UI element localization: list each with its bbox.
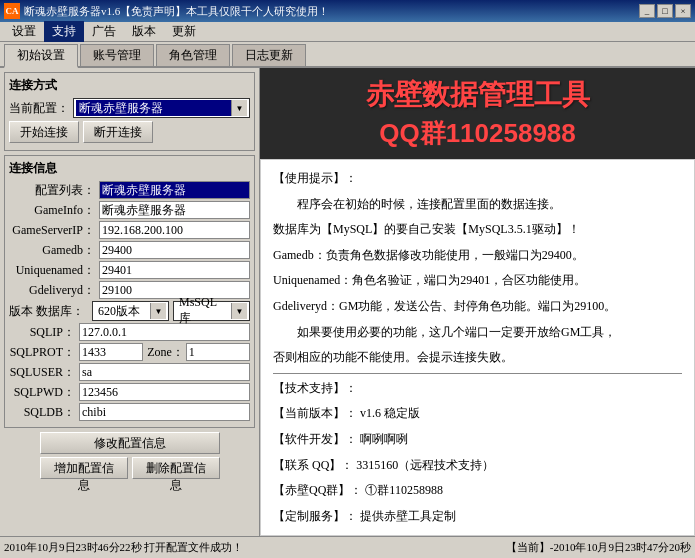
website-info: 【发布网站】： ： Http://Hi.BaiDu.Com/3315160 【点… — [273, 531, 682, 536]
gameinfo-label: GameInfo： — [9, 202, 99, 219]
tab-role-mgmt[interactable]: 角色管理 — [156, 44, 230, 66]
website-label: 【发布网站】： — [273, 534, 357, 536]
version-arrow-icon[interactable]: ▼ — [150, 303, 166, 319]
version-label-r: 【当前版本】： — [273, 406, 357, 420]
status-right-text: 【当前】-2010年10月9日23时47分20秒 — [506, 540, 691, 555]
gamedb-row: Gamedb： 29400 — [9, 241, 250, 259]
current-config-label: 当前配置： — [9, 100, 69, 117]
disconnect-button[interactable]: 断开连接 — [83, 121, 153, 143]
minimize-button[interactable]: _ — [639, 4, 655, 18]
config-list-value[interactable]: 断魂赤壁服务器 — [99, 181, 250, 199]
qq-label: 【联系 QQ】： — [273, 458, 353, 472]
qq-info: 【联系 QQ】： 3315160（远程技术支持） — [273, 455, 682, 477]
right-panel: 赤壁数据管理工具 QQ群110258988 【使用提示】： 程序会在初始的时候，… — [260, 68, 695, 536]
add-delete-btn-row: 增加配置信息 删除配置信息 — [4, 457, 255, 479]
tabs: 初始设置 账号管理 角色管理 日志更新 — [0, 42, 695, 68]
status-left-text: 2010年10月9日23时46分22秒 打开配置文件成功！ — [4, 540, 506, 555]
tab-account-mgmt[interactable]: 账号管理 — [80, 44, 154, 66]
gameserverip-value[interactable]: 192.168.200.100 — [99, 221, 250, 239]
gdeliveryd-label: Gdeliveryd： — [9, 282, 99, 299]
maximize-button[interactable]: □ — [657, 4, 673, 18]
combo-arrow-icon[interactable]: ▼ — [231, 100, 247, 116]
tip6: 如果要使用必要的功能，这几个端口一定要开放给GM工具， — [273, 322, 682, 344]
dbtype-value: MsSQL库 — [176, 303, 231, 319]
tip4: Uniquenamed：角色名验证，端口为29401，合区功能使用。 — [273, 270, 682, 292]
title-buttons[interactable]: _ □ × — [639, 4, 691, 18]
menu-version[interactable]: 版本 — [124, 21, 164, 42]
connection-method-section: 连接方式 当前配置： 断魂赤壁服务器 ▼ 开始连接 断开连接 — [4, 72, 255, 151]
sqlprot-row: SQLPROT： 1433 Zone： 1 — [9, 343, 250, 361]
sqlpwd-row: SQLPWD： 123456 — [9, 383, 250, 401]
chibi-qq-label: 【赤壁QQ群】： — [273, 483, 362, 497]
website-link[interactable]: Http://Hi.BaiDu.Com/3315160 — [375, 534, 524, 536]
version-combo[interactable]: 620版本 ▼ — [92, 301, 169, 321]
connection-info-title: 连接信息 — [9, 160, 250, 177]
sqlpwd-value[interactable]: 123456 — [79, 383, 250, 401]
config-list-label: 配置列表： — [9, 182, 99, 199]
menu-ads[interactable]: 广告 — [84, 21, 124, 42]
left-panel: 连接方式 当前配置： 断魂赤壁服务器 ▼ 开始连接 断开连接 连接信息 配置列表… — [0, 68, 260, 536]
connection-section-title: 连接方式 — [9, 77, 250, 94]
tip3: Gamedb：负责角色数据修改功能使用，一般端口为29400。 — [273, 245, 682, 267]
sqluser-value[interactable]: sa — [79, 363, 250, 381]
brand-header: 赤壁数据管理工具 QQ群110258988 — [260, 68, 695, 159]
sqlprot-value[interactable]: 1433 — [79, 343, 143, 361]
tip5: Gdeliveryd：GM功能，发送公告、封停角色功能。端口为29100。 — [273, 296, 682, 318]
add-config-button[interactable]: 增加配置信息 — [40, 457, 128, 479]
custom-info: 【定制服务】： 提供赤壁工具定制 — [273, 506, 682, 528]
modify-config-button[interactable]: 修改配置信息 — [40, 432, 220, 454]
uniquenamed-value[interactable]: 29401 — [99, 261, 250, 279]
version-info: 【当前版本】： v1.6 稳定版 — [273, 403, 682, 425]
tip7: 否则相应的功能不能使用。会提示连接失败。 — [273, 347, 682, 369]
version-row: 版本 数据库： 620版本 ▼ MsSQL库 ▼ — [9, 301, 250, 321]
app-icon: CA — [4, 3, 20, 19]
chibi-qq-info: 【赤壁QQ群】： ①群110258988 — [273, 480, 682, 502]
divider — [273, 373, 682, 374]
menu-settings[interactable]: 设置 — [4, 21, 44, 42]
sqldb-label: SQLDB： — [9, 404, 79, 421]
connect-button[interactable]: 开始连接 — [9, 121, 79, 143]
custom-label: 【定制服务】： — [273, 509, 357, 523]
sqlip-label: SQLIP： — [9, 324, 79, 341]
gameserverip-label: GameServerIP： — [9, 222, 99, 239]
gameinfo-value[interactable]: 断魂赤壁服务器 — [99, 201, 250, 219]
dbtype-arrow-icon[interactable]: ▼ — [231, 303, 247, 319]
website-enter-link[interactable]: 【点击进入】 — [527, 534, 599, 536]
custom-value: 提供赤壁工具定制 — [360, 509, 456, 523]
combo-selected-value: 断魂赤壁服务器 — [76, 100, 231, 116]
close-button[interactable]: × — [675, 4, 691, 18]
tech-title: 【技术支持】： — [273, 378, 682, 400]
tips-title: 【使用提示】： — [273, 168, 682, 190]
connection-info-section: 连接信息 配置列表： 断魂赤壁服务器 GameInfo： 断魂赤壁服务器 Gam… — [4, 155, 255, 428]
main-content: 连接方式 当前配置： 断魂赤壁服务器 ▼ 开始连接 断开连接 连接信息 配置列表… — [0, 68, 695, 536]
modify-btn-row: 修改配置信息 — [4, 432, 255, 454]
connect-buttons-row: 开始连接 断开连接 — [9, 121, 250, 143]
gamedb-label: Gamedb： — [9, 242, 99, 259]
uniquenamed-row: Uniquenamed： 29401 — [9, 261, 250, 279]
status-bar: 2010年10月9日23时46分22秒 打开配置文件成功！ 【当前】-2010年… — [0, 536, 695, 558]
dev-label: 【软件开发】： — [273, 432, 357, 446]
sqlprot-label: SQLPROT： — [9, 344, 79, 361]
uniquenamed-label: Uniquenamed： — [9, 262, 99, 279]
version-value-r: v1.6 稳定版 — [360, 406, 420, 420]
menu-support[interactable]: 支持 — [44, 21, 84, 42]
zone-label: Zone： — [147, 344, 184, 361]
current-config-combo[interactable]: 断魂赤壁服务器 ▼ — [73, 98, 250, 118]
tab-initial-setup[interactable]: 初始设置 — [4, 44, 78, 68]
sqluser-label: SQLUSER： — [9, 364, 79, 381]
gameserverip-row: GameServerIP： 192.168.200.100 — [9, 221, 250, 239]
gameinfo-row: GameInfo： 断魂赤壁服务器 — [9, 201, 250, 219]
gamedb-value[interactable]: 29400 — [99, 241, 250, 259]
sqldb-value[interactable]: chibi — [79, 403, 250, 421]
website-prefix: ： — [360, 534, 372, 536]
delete-config-button[interactable]: 删除配置信息 — [132, 457, 220, 479]
title-text: 断魂赤壁服务器v1.6【免责声明】本工具仅限干个人研究使用！ — [24, 4, 329, 19]
tab-log-update[interactable]: 日志更新 — [232, 44, 306, 66]
config-list-row: 配置列表： 断魂赤壁服务器 — [9, 181, 250, 199]
zone-value[interactable]: 1 — [186, 343, 250, 361]
menu-bar: 设置 支持 广告 版本 更新 — [0, 22, 695, 42]
menu-update[interactable]: 更新 — [164, 21, 204, 42]
chibi-qq-value: ①群110258988 — [365, 483, 443, 497]
current-config-row: 当前配置： 断魂赤壁服务器 ▼ — [9, 98, 250, 118]
dbtype-combo[interactable]: MsSQL库 ▼ — [173, 301, 250, 321]
